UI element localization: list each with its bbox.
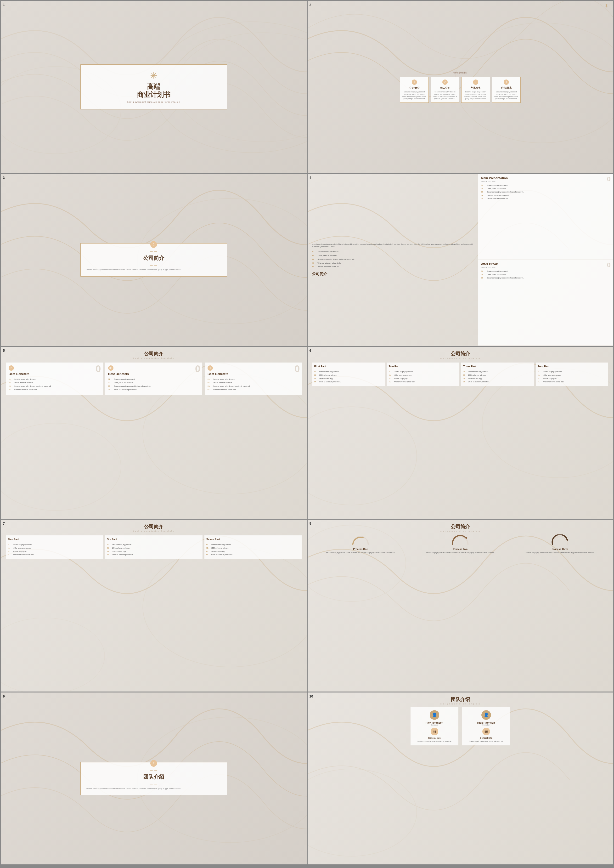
slide9-num-bubble: 2	[150, 760, 157, 767]
slide6-col-title-4: Four Part	[538, 365, 606, 369]
slide2-card-1: 1 公司简介 Sesame snaps jelyy dessert tootsi…	[400, 77, 429, 103]
slide8-process-name-2: Process Two	[453, 548, 468, 551]
list-item: 04. When an unknown printer took.	[312, 262, 474, 265]
list-item: 02.1500s, when an unknown.	[107, 547, 201, 549]
slide2-card-num-4: 4	[504, 79, 509, 85]
slide-number-5: 5	[3, 349, 5, 352]
slide7-col-list-1: 01.Sesame snaps jelyy dessert. 02.1500s,…	[8, 543, 101, 556]
list-item: 02.1500s, when an unknown.	[208, 382, 299, 384]
slide4-panel2-title: After Break	[481, 262, 610, 266]
slide5-col-3: 0 03 Best Benefets 01.Sesame snaps jelyy…	[205, 363, 302, 395]
slide3-text: Sesame snaps jelyy dessert tootsie roll …	[86, 269, 222, 271]
slide4-corner-num1: 0	[607, 176, 611, 182]
slide2-card-title-2: 团队介绍	[433, 86, 457, 90]
slide7-col-2: Six Part 01.Sesame snaps jelyy dessert. …	[105, 536, 203, 559]
svg-point-7	[308, 407, 417, 505]
slide4-lorem: lorem ipsum is simply dummy text of the …	[312, 243, 474, 248]
list-item: 03.Sesame snaps jelyy	[314, 377, 383, 380]
slide2-card-text-4: Sesame snaps jelyy dessert tootsie roll …	[494, 91, 518, 100]
svg-point-14	[567, 539, 568, 540]
list-item: 04.When an unknown printer took.	[389, 380, 457, 383]
slide-6: 6 公司简介 best presentation template First …	[308, 347, 613, 519]
slide-number-3: 3	[3, 176, 5, 180]
list-num: 04.	[312, 262, 317, 265]
slide6-col-4: Four Part 01.Sesame snaps jelyy dessert.…	[536, 363, 608, 386]
list-text: When an unknown printer took.	[318, 262, 341, 265]
slide10-cn-title: 团队介绍	[312, 696, 608, 703]
list-item: 04.When an unknown printer took.	[314, 380, 383, 383]
slide-number-1: 1	[3, 3, 5, 7]
svg-point-16	[308, 769, 417, 856]
slide1-logo: ✳	[86, 71, 222, 81]
slide10-person-1: 👤 Rick Rhonson Comedian 45 General Info …	[411, 707, 458, 745]
list-text: Sesame snaps jelyy dessert.	[318, 250, 339, 253]
list-item: 01.Sesame snaps jelyy dessert.	[206, 543, 300, 546]
slide6-col-1: First Part 01.Sesame snaps jelyy dessert…	[312, 363, 385, 386]
slide7-col-1: Five Part 01.Sesame snaps jelyy dessert.…	[6, 536, 103, 559]
slide-number-4: 4	[310, 176, 312, 180]
slide-number-8: 8	[310, 522, 312, 525]
slide6-en-sub: best presentation template	[312, 357, 608, 359]
slide7-cols: Five Part 01.Sesame snaps jelyy dessert.…	[6, 536, 302, 559]
slide7-col-title-1: Five Part	[8, 538, 101, 542]
slide8-gauge-1	[351, 534, 370, 547]
slide2-contents-label: contents	[453, 71, 467, 74]
slide9-text: Sesame snaps jelyy dessert tootsie roll …	[86, 787, 222, 790]
slide10-info-label-2: General Info	[480, 737, 492, 739]
slide7-cn-title: 公司简介	[6, 523, 302, 530]
slide-number-9: 9	[3, 694, 5, 698]
slide5-big-num-2: 0	[195, 364, 200, 374]
slide5-bubble-1: 01	[9, 365, 14, 371]
list-item: 03.Sesame snaps jelyy dessert tootsie ro…	[481, 191, 610, 194]
list-item: 04.When an unknown printer took.	[206, 553, 300, 556]
slide5-col-2: 0 02 Best Benefets 01.Sesame snaps jelyy…	[105, 363, 203, 395]
svg-point-6	[1, 423, 121, 511]
slide7-col-title-2: Six Part	[107, 538, 201, 542]
list-item: 02.1500s, when an unknown.	[463, 374, 532, 376]
slide10-avatar-2: 👤	[481, 710, 491, 720]
slide2-card-3: 3 产品服务 Sesame snaps jelyy dessert tootsi…	[461, 77, 490, 103]
slide5-col-title-1: Best Benefets	[9, 372, 100, 376]
slide2-logo: ✳	[605, 3, 608, 9]
slide8-process-name-3: Process Three	[552, 548, 568, 551]
slide10-score-2: 45	[482, 728, 490, 735]
slide6-col-list-1: 01.Sesame snaps jelyy dessert. 02.1500s,…	[314, 370, 383, 383]
slide4-left-panel: lorem ipsum is simply dummy text of the …	[308, 174, 478, 346]
slide8-process-text-1: Sesame snaps jelyy dessert tootsie roll …	[326, 551, 395, 554]
list-item: 01.Sesame snaps jelyy dessert.	[481, 184, 610, 187]
slide8-gauge-3	[550, 534, 570, 547]
slide10-person-2: 👤 Rick Rhonson Comedian 45 General Info …	[462, 707, 510, 745]
slide3-num-bubble: 1	[150, 241, 157, 248]
slide4-panel2-list: 01.Sesame snaps jelyy dessert. 02.1500s,…	[481, 270, 610, 279]
slide6-col-title-2: Two Part	[389, 365, 457, 369]
slide10-header: 团队介绍 best presentation template	[312, 696, 608, 705]
slide2-cards: 1 公司简介 Sesame snaps jelyy dessert tootsi…	[312, 77, 608, 103]
slide8-cols: Process One Sesame snaps jelyy dessert t…	[312, 534, 608, 554]
slide4-corner-num2: 0	[607, 262, 611, 269]
slide6-cols: First Part 01.Sesame snaps jelyy dessert…	[312, 363, 608, 386]
slide-2: 2 ✳ contents 1 公司简介 Sesame snaps jelyy d…	[308, 1, 613, 173]
list-item: 04.When an unknown printer took.	[538, 380, 606, 383]
list-item: 01.Sesame snaps jelyy dessert.	[9, 378, 100, 381]
slide1-title-cn: 高端 商业计划书	[86, 82, 222, 99]
slide-number-7: 7	[3, 522, 5, 525]
slide4-panel1: 0 Main Presentation Sample text here 01.…	[478, 174, 613, 260]
list-item: 02.1500s, when an unknown.	[206, 547, 300, 549]
list-item: 01.Sesame snaps jelyy dessert.	[314, 370, 383, 373]
slide1-main-card: ✳ 高端 商业计划书 best powerpoint template supe…	[81, 64, 227, 109]
slide-7: 7 公司简介 best presentation template Five P…	[1, 520, 307, 691]
slide5-bubble-2: 02	[108, 365, 113, 371]
slide10-info-label-1: General Info	[428, 737, 441, 739]
gauge-svg-2	[451, 534, 470, 547]
slide7-col-list-2: 01.Sesame snaps jelyy dessert. 02.1500s,…	[107, 543, 201, 556]
list-item: 03.Sesame snaps jelyy dessert tootsie ro…	[9, 385, 100, 388]
slide5-header: 公司简介 best presentation template	[6, 351, 302, 359]
gauge-svg-1	[351, 534, 370, 547]
slide2-card-title-4: 合作模式	[494, 86, 518, 90]
slide4-panel1-title: Main Presentation	[481, 176, 610, 180]
slide7-en-sub: best presentation template	[6, 530, 302, 532]
slide3-cn-title: 公司简介	[86, 255, 222, 262]
list-item: 02.1500s, when an unknown.	[9, 382, 100, 384]
slide-number-2: 2	[310, 3, 312, 7]
slide7-col-list-3: 01.Sesame snaps jelyy dessert. 02.1500s,…	[206, 543, 300, 556]
